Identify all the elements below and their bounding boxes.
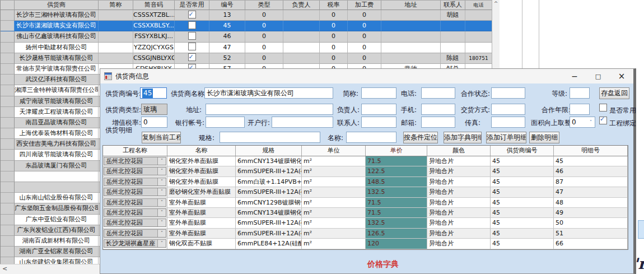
column-header[interactable]: 负责人 (283, 1, 320, 10)
column-header[interactable]: 规格 (236, 146, 302, 156)
table-row[interactable]: 岳州北控花园 ˅ 磨砂钢化室外单面贴膜 6mmSUPER-III+12A(硅..… (103, 187, 628, 197)
project-combobox[interactable]: 岳州北控花园 ˅ (104, 188, 166, 196)
row-header-cell[interactable] (1, 107, 15, 118)
column-header[interactable]: 联系人 (441, 1, 465, 10)
dialog-titlebar[interactable]: 供货商信息 − □ × (100, 69, 633, 84)
column-header[interactable]: 单位 (302, 146, 366, 156)
add-dict-detail-button[interactable]: 添加字典明细 (444, 132, 482, 143)
spec-filter-input[interactable] (220, 132, 320, 143)
column-header[interactable]: 供货商 (15, 1, 99, 10)
row-header-cell[interactable] (1, 247, 15, 257)
row-header-cell[interactable] (1, 10, 15, 21)
row-header-cell[interactable] (1, 53, 15, 64)
coop-years-input[interactable] (570, 104, 590, 115)
column-header[interactable]: 明细号 (554, 146, 628, 156)
row-header-cell[interactable] (1, 161, 15, 171)
table-row[interactable]: 长沙市三湘特种玻璃有限公司 CSSSXTZBL... 13 0 0 0 胡姐 (1, 10, 499, 21)
supplier-id-input[interactable]: 45 (140, 87, 167, 99)
row-header-cell[interactable] (1, 128, 15, 139)
column-header[interactable]: 单价 (366, 146, 427, 156)
common-checkbox[interactable] (188, 53, 196, 61)
common-checkbox[interactable] (188, 43, 196, 50)
contact-input[interactable] (361, 117, 396, 128)
row-header-cell[interactable] (1, 96, 15, 107)
table-row[interactable]: 岳州北控花园 ˅ 钢化室外单面贴膜 6mmCNY134镀膜钢化 m² 71.5 … (103, 156, 628, 166)
table-row[interactable]: 岳州北控花园 ˅ 钢化室外单面贴膜 6mm白玻+1.14PVB+6mm... m… (103, 177, 628, 187)
column-header[interactable]: 电话 (465, 1, 492, 10)
column-header[interactable]: 供货商编号 (491, 146, 554, 156)
column-header[interactable]: 简音码 (133, 1, 175, 10)
close-button[interactable]: × (610, 69, 633, 83)
table-row[interactable]: 长沙龙湖祺鑫星座 ˅ 钢化双面不贴膜 6mmPLE84+12A(硅酮胶... m… (103, 239, 628, 249)
name-filter-input[interactable] (346, 132, 396, 143)
row-header-cell[interactable] (1, 215, 15, 225)
row-header-cell[interactable] (1, 203, 15, 214)
table-row[interactable]: 长沙晟格节能玻璃有限公司 CSSGJNBLYXGS 52 0 0 0 陈姐 18… (1, 53, 499, 64)
row-header-cell[interactable] (1, 225, 15, 236)
table-row[interactable]: 岳州北控花园 ˅ 钢化室外单面贴膜 6mmSUPER-III+12A(硅... … (103, 166, 628, 177)
row-header-cell[interactable] (1, 43, 15, 53)
row-header-cell[interactable] (1, 31, 15, 42)
bank-account-input[interactable] (206, 117, 245, 128)
add-order-detail-button[interactable]: 添加订单明细 (486, 132, 526, 143)
delivery-input[interactable] (491, 104, 525, 115)
supplier-name-input[interactable] (204, 87, 333, 99)
row-header-cell[interactable] (1, 118, 15, 128)
column-header[interactable]: 类型 (245, 1, 283, 10)
column-header[interactable]: 简称 (99, 1, 133, 10)
scroll-left-arrow[interactable]: < (2, 265, 7, 272)
vat-rate-input[interactable] (141, 117, 167, 128)
locate-by-condition-button[interactable]: 按条件定位 (403, 132, 438, 143)
table-row[interactable]: 岳州北控花园 ˅ 室外单面贴膜 6mmSUPER-III+12A(硅... m²… (103, 218, 628, 228)
column-header[interactable]: 地址 (381, 1, 441, 10)
bank-name-input[interactable] (272, 117, 333, 128)
fax-input[interactable] (491, 117, 525, 128)
project-bind-checkbox[interactable] (599, 117, 607, 124)
delete-detail-button[interactable]: 删除明细 (529, 132, 559, 143)
maximize-button[interactable]: □ (586, 69, 610, 83)
column-header[interactable]: 编号 (209, 1, 245, 10)
project-combobox[interactable]: 长沙龙湖祺鑫星座 ˅ (104, 239, 166, 248)
row-header-cell[interactable] (1, 139, 15, 150)
minimize-button[interactable]: − (563, 69, 586, 83)
column-header[interactable]: 颜色 (427, 146, 491, 156)
horizontal-scrollbar[interactable]: < (0, 264, 100, 274)
project-combobox[interactable]: 岳州北控花园 ˅ (104, 167, 166, 175)
row-header-cell[interactable] (1, 236, 15, 247)
project-combobox[interactable]: 岳州北控花园 ˅ (104, 219, 166, 227)
project-combobox[interactable]: 岳州北控花园 ˅ (104, 229, 166, 238)
often-used-checkbox[interactable] (599, 104, 607, 112)
area-round-up-select[interactable]: 0 ˅ (570, 117, 595, 128)
save-return-button[interactable]: 存盘返回 (599, 87, 629, 99)
row-header-cell[interactable] (1, 182, 15, 193)
row-header-cell[interactable] (1, 150, 15, 160)
table-row[interactable]: 岳州北控花园 ˅ 室外单面贴膜 6mmSUPER-III+12A(硅... m²… (103, 229, 628, 239)
row-header-cell[interactable] (1, 64, 15, 75)
common-checkbox[interactable] (188, 21, 196, 29)
manager-input[interactable] (361, 104, 396, 115)
coop-status-input[interactable] (491, 87, 525, 99)
column-header[interactable]: 工程名称 (103, 146, 167, 156)
row-header-cell[interactable] (1, 85, 15, 96)
project-combobox[interactable]: 岳州北控花园 ˅ (104, 157, 166, 165)
column-header[interactable]: 名称 (167, 146, 236, 156)
table-row[interactable]: 佛山市亿鑫玻璃科技有限公司 FSSYXBLKJ... 46 0 0 0 (1, 31, 499, 42)
grade-input[interactable] (570, 87, 590, 99)
common-checkbox[interactable] (188, 32, 196, 40)
email-input[interactable] (421, 117, 455, 128)
row-header-cell[interactable] (1, 21, 15, 31)
common-checkbox[interactable] (188, 11, 196, 18)
table-row[interactable]: 岳州北控花园 ˅ 室外单面贴膜 6mmCNY129B镀膜钢化 m² 71.5 异… (103, 198, 628, 208)
column-header[interactable]: 加工费 (348, 1, 381, 10)
scroll-up-arrow[interactable]: ^ (492, 0, 500, 7)
row-header-cell[interactable] (1, 171, 15, 182)
supplier-type-input[interactable] (141, 104, 167, 115)
column-header[interactable]: 税率 (320, 1, 348, 10)
table-row[interactable]: 长沙市潇湘玻璃实业有限公司 CSSXXBLSY... 45 0 0 0 (1, 21, 499, 31)
mobile-input[interactable] (421, 104, 455, 115)
project-combobox[interactable]: 岳州北控花园 ˅ (104, 198, 166, 207)
abbr-input[interactable] (361, 87, 396, 99)
project-combobox[interactable]: 岳州北控花园 ˅ (104, 178, 166, 186)
row-header-cell[interactable] (1, 193, 15, 203)
column-header[interactable]: 是否常用 (175, 1, 209, 10)
